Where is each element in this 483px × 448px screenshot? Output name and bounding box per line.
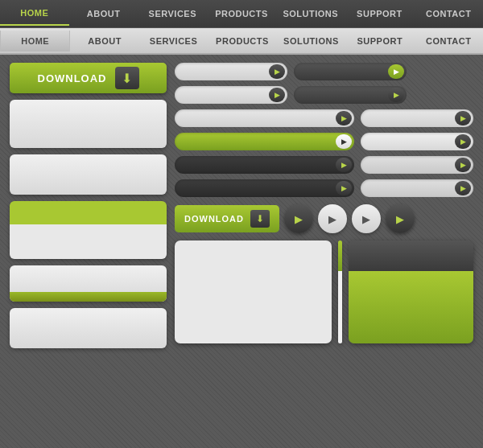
right-column: ▶ ▶ ▶ ▶ ▶ ▶ ▶ bbox=[175, 63, 473, 440]
slider-7-arrow[interactable]: ▶ bbox=[336, 134, 352, 149]
bottom-panel-c bbox=[349, 240, 473, 343]
main-content: DOWNLOAD ⬇ ▶ ▶ ▶ ▶ bbox=[0, 55, 483, 448]
slider-8[interactable]: ▶ bbox=[361, 133, 473, 150]
left-panel-1 bbox=[10, 100, 167, 148]
nav-services[interactable]: SERVICES bbox=[138, 2, 207, 25]
play-button-3[interactable]: ▶ bbox=[352, 204, 381, 233]
slider-1-arrow[interactable]: ▶ bbox=[269, 64, 285, 79]
nav-home[interactable]: HOME bbox=[0, 2, 69, 26]
slider-row-3: ▶ ▶ bbox=[175, 109, 473, 127]
slider-row-5: ▶ ▶ bbox=[175, 156, 473, 174]
slider-5-arrow[interactable]: ▶ bbox=[336, 111, 352, 125]
play-button-2[interactable]: ▶ bbox=[318, 204, 347, 233]
left-panel-5 bbox=[10, 308, 167, 348]
nav-about[interactable]: ABOUT bbox=[69, 2, 138, 25]
slider-row-1: ▶ ▶ bbox=[175, 63, 473, 80]
slider-row-4: ▶ ▶ bbox=[175, 133, 473, 150]
play-button-4[interactable]: ▶ bbox=[386, 204, 415, 233]
nav2-support[interactable]: SUPPORT bbox=[345, 31, 414, 51]
slider-12[interactable]: ▶ bbox=[361, 179, 473, 197]
nav-contact[interactable]: CONTACT bbox=[414, 2, 483, 25]
slider-5[interactable]: ▶ bbox=[175, 109, 354, 127]
slider-10-arrow[interactable]: ▶ bbox=[455, 158, 471, 172]
play-button-1[interactable]: ▶ bbox=[284, 204, 313, 233]
bottom-panel-a bbox=[175, 240, 332, 343]
download-label: DOWNLOAD bbox=[38, 72, 107, 84]
nav2-home[interactable]: HOME bbox=[0, 31, 70, 51]
nav-products[interactable]: PRODUCTS bbox=[207, 2, 276, 25]
nav-solutions[interactable]: SOLUTIONS bbox=[276, 2, 345, 25]
slider-row-6: ▶ ▶ bbox=[175, 179, 473, 197]
nav2-about[interactable]: ABOUT bbox=[70, 31, 138, 51]
nav-support[interactable]: SUPPORT bbox=[345, 2, 415, 25]
slider-1[interactable]: ▶ bbox=[175, 63, 287, 80]
slider-8-arrow[interactable]: ▶ bbox=[455, 134, 471, 149]
slider-2-arrow[interactable]: ▶ bbox=[388, 64, 404, 79]
left-column: DOWNLOAD ⬇ bbox=[10, 63, 167, 440]
download-small-icon: ⬇ bbox=[250, 210, 270, 228]
nav2-solutions[interactable]: SOLUTIONS bbox=[277, 31, 345, 51]
media-controls-row: DOWNLOAD ⬇ ▶ ▶ ▶ ▶ bbox=[175, 204, 473, 233]
left-panel-4 bbox=[10, 265, 167, 302]
slider-12-arrow[interactable]: ▶ bbox=[455, 181, 471, 195]
nav-bar-secondary: HOME ABOUT SERVICES PRODUCTS SOLUTIONS S… bbox=[0, 28, 483, 55]
download-icon: ⬇ bbox=[115, 67, 139, 89]
slider-2[interactable]: ▶ bbox=[294, 63, 407, 80]
slider-3[interactable]: ▶ bbox=[175, 86, 287, 104]
left-panel-2 bbox=[10, 154, 167, 195]
slider-4[interactable]: ▶ bbox=[294, 86, 407, 104]
slider-7-green[interactable]: ▶ bbox=[175, 133, 354, 150]
nav-bar-primary: HOME ABOUT SERVICES PRODUCTS SOLUTIONS S… bbox=[0, 0, 483, 28]
slider-9-dark[interactable]: ▶ bbox=[175, 156, 354, 174]
panel-c-header bbox=[349, 240, 473, 271]
nav2-contact[interactable]: CONTACT bbox=[415, 31, 483, 51]
slider-6[interactable]: ▶ bbox=[361, 109, 473, 127]
left-panel-3 bbox=[10, 201, 167, 259]
slider-row-2: ▶ ▶ bbox=[175, 86, 473, 104]
slider-4-arrow[interactable]: ▶ bbox=[388, 88, 404, 102]
slider-11-arrow[interactable]: ▶ bbox=[336, 181, 352, 195]
slider-10[interactable]: ▶ bbox=[361, 156, 473, 174]
slider-9-arrow[interactable]: ▶ bbox=[336, 158, 352, 172]
bottom-panels-row bbox=[175, 240, 473, 343]
slider-3-arrow[interactable]: ▶ bbox=[269, 88, 285, 102]
bottom-panel-b bbox=[338, 240, 342, 343]
panel-b-header bbox=[338, 240, 342, 271]
download-button-small[interactable]: DOWNLOAD ⬇ bbox=[175, 205, 279, 232]
panel-c-body bbox=[349, 271, 473, 343]
nav2-products[interactable]: PRODUCTS bbox=[208, 31, 276, 51]
slider-11-dark[interactable]: ▶ bbox=[175, 179, 354, 197]
download-button[interactable]: DOWNLOAD ⬇ bbox=[10, 63, 167, 93]
nav2-services[interactable]: SERVICES bbox=[139, 31, 208, 51]
panel-b-body bbox=[338, 271, 342, 343]
slider-6-arrow[interactable]: ▶ bbox=[455, 111, 471, 125]
download-small-label: DOWNLOAD bbox=[184, 214, 244, 224]
